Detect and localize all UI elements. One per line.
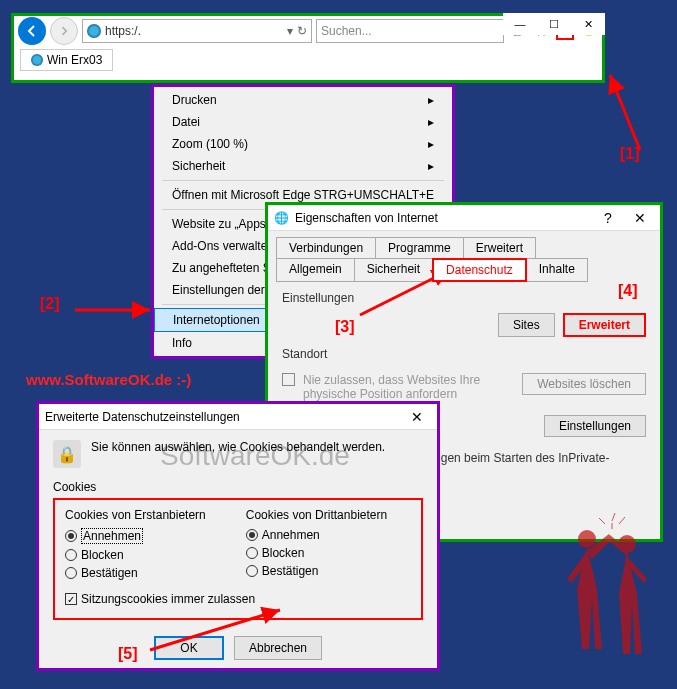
tab-privacy[interactable]: Datenschutz bbox=[432, 258, 527, 282]
dialog-titlebar: 🌐 Eigenschaften von Internet ? ✕ bbox=[268, 205, 660, 231]
annotation-1: [1] bbox=[620, 145, 640, 163]
url-text: https:/. bbox=[105, 24, 283, 38]
tab-title: Win Erx03 bbox=[47, 53, 102, 67]
tab-advanced[interactable]: Erweitert bbox=[463, 237, 536, 259]
celebration-silhouette-icon bbox=[547, 509, 667, 659]
annotation-2: [2] bbox=[40, 295, 60, 313]
settings-group-label: Einstellungen bbox=[282, 291, 646, 305]
location-group-label: Standort bbox=[282, 347, 646, 361]
svg-line-5 bbox=[619, 517, 625, 524]
tab-strip: Win Erx03 bbox=[14, 46, 602, 74]
site-credit: www.SoftwareOK.de :-) bbox=[26, 371, 191, 388]
dialog-title: Erweiterte Datenschutzeinstellungen bbox=[45, 410, 397, 424]
annotation-arrow-1 bbox=[600, 60, 660, 160]
annotation-arrow-2 bbox=[70, 290, 160, 330]
close-button[interactable]: ✕ bbox=[403, 409, 431, 425]
tab-content[interactable]: Inhalte bbox=[526, 258, 588, 282]
properties-tabs: Verbindungen Programme Erweitert Allgeme… bbox=[268, 231, 660, 281]
close-button[interactable]: ✕ bbox=[626, 210, 654, 226]
location-checkbox[interactable] bbox=[282, 373, 295, 386]
close-button[interactable]: ✕ bbox=[571, 13, 605, 35]
col-title-first: Cookies von Erstanbietern bbox=[65, 508, 206, 522]
advanced-button[interactable]: Erweitert bbox=[563, 313, 646, 337]
minimize-button[interactable]: — bbox=[503, 13, 537, 35]
dialog-body: 🔒 Sie können auswählen, wie Cookies beha… bbox=[39, 430, 437, 670]
radio-tp-confirm[interactable]: Bestätigen bbox=[246, 564, 387, 578]
radio-fp-confirm[interactable]: Bestätigen bbox=[65, 566, 206, 580]
ie-icon bbox=[87, 24, 101, 38]
browser-window: — ☐ ✕ https:/. ▾ ↻ Suchen... ⌂ ☆ ☺ bbox=[11, 13, 605, 83]
tab-general[interactable]: Allgemein bbox=[276, 258, 355, 282]
first-party-column: Cookies von Erstanbietern Annehmen Block… bbox=[65, 508, 206, 584]
col-title-third: Cookies von Drittanbietern bbox=[246, 508, 387, 522]
ok-button[interactable]: OK bbox=[154, 636, 224, 660]
address-bar[interactable]: https:/. ▾ ↻ bbox=[82, 19, 312, 43]
cookies-label: Cookies bbox=[53, 480, 423, 494]
internet-icon: 🌐 bbox=[274, 211, 289, 225]
cookies-group: Cookies von Erstanbietern Annehmen Block… bbox=[53, 498, 423, 620]
menu-item-zoom[interactable]: Zoom (100 %)▸ bbox=[154, 133, 452, 155]
svg-line-6 bbox=[599, 518, 605, 524]
radio-icon bbox=[65, 567, 77, 579]
dropdown-icon[interactable]: ▾ bbox=[287, 24, 293, 38]
radio-icon bbox=[65, 549, 77, 561]
tab-connections[interactable]: Verbindungen bbox=[276, 237, 376, 259]
menu-item-security[interactable]: Sicherheit▸ bbox=[154, 155, 452, 177]
svg-point-2 bbox=[578, 530, 596, 548]
svg-line-4 bbox=[612, 513, 615, 521]
refresh-icon[interactable]: ↻ bbox=[297, 24, 307, 38]
arrow-left-icon bbox=[24, 23, 40, 39]
session-cookies-check[interactable]: Sitzungscookies immer zulassen bbox=[65, 592, 411, 606]
radio-icon bbox=[246, 547, 258, 559]
window-controls: — ☐ ✕ bbox=[503, 13, 605, 35]
back-button[interactable] bbox=[18, 17, 46, 45]
ie-icon bbox=[31, 54, 43, 66]
intro-text: Sie können auswählen, wie Cookies behand… bbox=[91, 440, 385, 454]
radio-fp-accept[interactable]: Annehmen bbox=[65, 528, 206, 544]
dialog-titlebar: Erweiterte Datenschutzeinstellungen ✕ bbox=[39, 404, 437, 430]
search-placeholder: Suchen... bbox=[321, 24, 372, 38]
radio-fp-block[interactable]: Blocken bbox=[65, 548, 206, 562]
menu-item-file[interactable]: Datei▸ bbox=[154, 111, 452, 133]
menu-separator bbox=[162, 180, 444, 181]
sites-button[interactable]: Sites bbox=[498, 313, 555, 337]
third-party-column: Cookies von Drittanbietern Annehmen Bloc… bbox=[246, 508, 387, 584]
dialog-title: Eigenschaften von Internet bbox=[295, 211, 590, 225]
location-checkbox-label: Nie zulassen, dass Websites Ihre physisc… bbox=[303, 373, 514, 401]
radio-icon bbox=[246, 529, 258, 541]
tab-programs[interactable]: Programme bbox=[375, 237, 464, 259]
radio-tp-block[interactable]: Blocken bbox=[246, 546, 387, 560]
delete-websites-button: Websites löschen bbox=[522, 373, 646, 395]
arrow-right-icon bbox=[58, 25, 70, 37]
checkbox-icon bbox=[65, 593, 77, 605]
dialog-buttons: OK Abbrechen bbox=[53, 636, 423, 660]
search-input[interactable]: Suchen... bbox=[316, 19, 504, 43]
menu-item-print[interactable]: Drucken▸ bbox=[154, 89, 452, 111]
settings-button[interactable]: Einstellungen bbox=[544, 415, 646, 437]
privacy-icon: 🔒 bbox=[53, 440, 81, 468]
radio-icon bbox=[246, 565, 258, 577]
cancel-button[interactable]: Abbrechen bbox=[234, 636, 322, 660]
forward-button[interactable] bbox=[50, 17, 78, 45]
help-button[interactable]: ? bbox=[596, 210, 620, 226]
browser-tab[interactable]: Win Erx03 bbox=[20, 49, 113, 71]
maximize-button[interactable]: ☐ bbox=[537, 13, 571, 35]
radio-tp-accept[interactable]: Annehmen bbox=[246, 528, 387, 542]
radio-icon bbox=[65, 530, 77, 542]
tab-security[interactable]: Sicherheit bbox=[354, 258, 433, 282]
advanced-privacy-dialog: Erweiterte Datenschutzeinstellungen ✕ 🔒 … bbox=[36, 401, 440, 671]
